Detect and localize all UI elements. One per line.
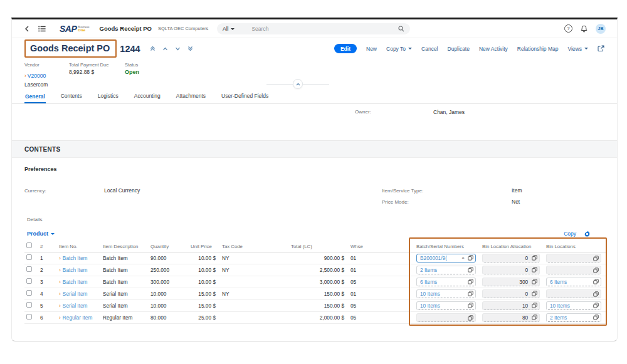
copy-icon[interactable] xyxy=(532,267,537,273)
bin-locations-field[interactable]: 10 Items xyxy=(546,301,601,310)
warehouse-cell: 01 xyxy=(349,252,414,264)
column-header-item-description: Item Description xyxy=(101,241,149,252)
tab-contents[interactable]: Contents xyxy=(60,93,83,103)
batch-serial-field[interactable]: 10 Items xyxy=(416,301,476,310)
tab-logistics[interactable]: Logistics xyxy=(97,93,119,103)
price-mode-value: Net xyxy=(512,199,520,205)
batch-serial-field[interactable]: 6 Items xyxy=(416,278,476,286)
tab-accounting[interactable]: Accounting xyxy=(134,93,161,103)
batch-serial-field[interactable]: 2 Items xyxy=(416,266,476,274)
copy-icon[interactable] xyxy=(532,255,537,261)
bin-locations-field[interactable]: 6 Items xyxy=(546,278,601,286)
new-button[interactable]: New xyxy=(366,46,377,52)
table-row: 4 ›Serial Item Serial Item 10.000 15.00 … xyxy=(24,288,606,299)
vendor-field: Vendor ›V20000 Lasercom xyxy=(24,62,58,89)
item-no-link[interactable]: Batch Item xyxy=(63,279,88,285)
cancel-button[interactable]: Cancel xyxy=(421,46,438,52)
tab-attachments[interactable]: Attachments xyxy=(176,93,206,103)
search-icon xyxy=(398,26,404,32)
search-input[interactable]: Search xyxy=(251,26,398,32)
copy-icon[interactable] xyxy=(532,291,537,296)
item-no-link[interactable]: Serial Item xyxy=(63,303,88,309)
copy-icon[interactable] xyxy=(468,255,473,261)
row-checkbox[interactable] xyxy=(26,290,32,296)
select-all-checkbox[interactable] xyxy=(26,242,32,248)
copy-button[interactable]: Copy xyxy=(564,231,576,237)
item-no-link[interactable]: Batch Item xyxy=(63,267,88,273)
copy-icon[interactable] xyxy=(468,291,473,296)
copy-icon[interactable] xyxy=(468,279,473,284)
row-checkbox[interactable] xyxy=(26,314,32,320)
copy-icon[interactable] xyxy=(593,291,599,297)
record-navigation xyxy=(150,46,193,51)
owner-label: Owner: xyxy=(355,109,371,115)
copy-icon[interactable] xyxy=(532,279,537,284)
bin-allocation-field[interactable]: 80 xyxy=(482,313,540,322)
row-checkbox[interactable] xyxy=(26,302,32,308)
copy-icon[interactable] xyxy=(468,315,473,321)
views-button[interactable]: Views xyxy=(567,46,588,52)
product-selector[interactable]: Product xyxy=(27,231,55,237)
vendor-name: Lasercom xyxy=(24,81,58,88)
bell-icon[interactable] xyxy=(581,25,587,33)
row-checkbox[interactable] xyxy=(26,278,32,284)
copy-to-button[interactable]: Copy To xyxy=(386,46,412,52)
item-no-link[interactable]: Regular Item xyxy=(63,315,93,321)
batch-serial-field[interactable] xyxy=(416,313,476,322)
gear-icon[interactable] xyxy=(584,231,591,237)
previous-record-icon[interactable] xyxy=(162,47,168,51)
copy-icon[interactable] xyxy=(468,267,473,273)
copy-icon[interactable] xyxy=(593,303,599,308)
total-lc-cell: 2,000.00 $ xyxy=(289,311,349,323)
search-scope-select[interactable]: All xyxy=(223,26,234,32)
tab-general[interactable]: General xyxy=(24,93,46,104)
copy-icon[interactable] xyxy=(593,279,599,284)
copy-icon[interactable] xyxy=(468,303,473,308)
title-row: Goods Receipt PO 1244 EditNewCopy ToCanc… xyxy=(12,38,617,59)
status-badge: Open xyxy=(125,69,139,75)
line-items-table: #Item No.Item DescriptionQuantityUnit Pr… xyxy=(24,241,606,324)
copy-icon[interactable] xyxy=(593,268,599,273)
bin-allocation-field[interactable]: 10 xyxy=(482,301,540,310)
bin-allocation-field[interactable]: 0 xyxy=(482,289,540,298)
collapse-icon[interactable] xyxy=(293,79,303,89)
next-record-icon[interactable] xyxy=(175,47,181,51)
row-checkbox[interactable] xyxy=(26,254,32,260)
copy-icon[interactable] xyxy=(593,315,599,320)
copy-icon[interactable] xyxy=(593,256,599,261)
shell-company-name: SQLTA OEC Computers xyxy=(158,26,208,31)
new-activity-button[interactable]: New Activity xyxy=(479,46,508,52)
external-link-icon[interactable] xyxy=(598,45,604,52)
row-checkbox[interactable] xyxy=(26,266,32,272)
back-icon[interactable] xyxy=(24,26,29,32)
copy-icon[interactable] xyxy=(532,303,537,308)
duplicate-button[interactable]: Duplicate xyxy=(448,46,470,52)
batch-serial-field[interactable]: B200001/9( × xyxy=(416,254,476,263)
item-no-link[interactable]: Serial Item xyxy=(63,291,88,297)
contents-heading: CONTENTS xyxy=(24,146,60,153)
chevron-down-icon xyxy=(408,48,412,49)
edit-button[interactable]: Edit xyxy=(334,44,357,53)
user-avatar[interactable]: JB xyxy=(596,24,606,34)
global-search[interactable]: All Search xyxy=(217,23,410,34)
bin-allocation-field[interactable]: 0 xyxy=(482,266,540,274)
help-icon[interactable]: ? xyxy=(564,24,572,33)
last-record-icon[interactable] xyxy=(187,46,193,51)
quantity-cell: 250.000 xyxy=(149,264,189,276)
shell-header: SAP Business One Goods Receipt PO SQLTA … xyxy=(12,19,617,38)
vendor-code-link[interactable]: V20000 xyxy=(28,73,46,79)
bin-locations-field[interactable] xyxy=(546,254,601,263)
bin-allocation-field[interactable]: 300 xyxy=(482,278,540,286)
copy-icon[interactable] xyxy=(532,315,537,320)
bin-allocation-field[interactable]: 0 xyxy=(482,254,540,263)
menu-icon[interactable] xyxy=(38,26,46,32)
item-no-link[interactable]: Batch Item xyxy=(63,255,88,261)
token-remove-icon[interactable]: × xyxy=(461,255,465,261)
bin-locations-field[interactable] xyxy=(546,289,601,298)
bin-locations-field[interactable]: 2 Items xyxy=(546,313,601,322)
batch-serial-field[interactable]: 10 Items xyxy=(416,289,476,298)
tab-user-defined-fields[interactable]: User-Defined Fields xyxy=(221,93,269,103)
relationship-map-button[interactable]: Relationship Map xyxy=(517,46,559,52)
bin-locations-field[interactable] xyxy=(546,266,601,274)
first-record-icon[interactable] xyxy=(150,46,155,51)
